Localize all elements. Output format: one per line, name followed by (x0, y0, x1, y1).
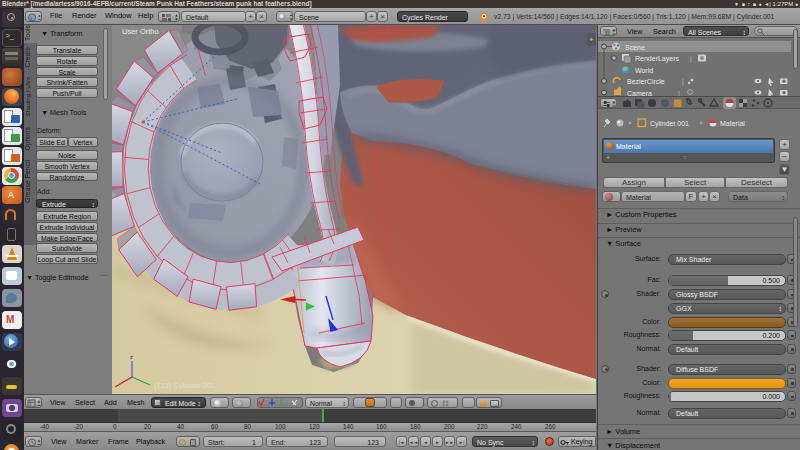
svg-text:RenderLayers: RenderLayers (635, 55, 679, 63)
svg-text:z: z (130, 354, 133, 360)
svg-text:(123) Cylinder.001: (123) Cylinder.001 (154, 381, 215, 390)
svg-text:Scene: Scene (625, 44, 645, 51)
svg-text:|: | (690, 55, 692, 63)
svg-text:Cylinder.001: Cylinder.001 (650, 120, 689, 128)
svg-text:User Ortho: User Ortho (122, 27, 159, 36)
svg-text:+: + (589, 35, 594, 44)
svg-text:World: World (635, 67, 653, 74)
svg-text:Material: Material (720, 120, 745, 127)
svg-text:BezierCircle: BezierCircle (627, 78, 665, 85)
svg-text:|: | (682, 78, 684, 86)
svg-text:i: i (31, 15, 32, 21)
